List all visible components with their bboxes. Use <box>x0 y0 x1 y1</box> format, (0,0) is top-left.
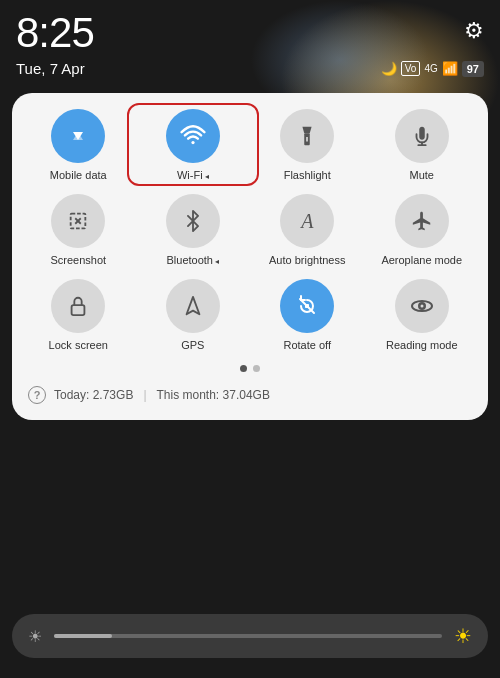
aeroplane-icon-circle <box>395 194 449 248</box>
wifi-icon <box>180 123 206 149</box>
rotate-off-label: Rotate off <box>284 339 332 352</box>
quick-item-reading-mode[interactable]: Reading mode <box>368 279 477 352</box>
gps-icon <box>182 295 204 317</box>
data-help-icon[interactable]: ? <box>28 386 46 404</box>
flashlight-icon-circle <box>280 109 334 163</box>
brightness-slider-fill <box>54 634 112 638</box>
mobile-data-icon-circle <box>51 109 105 163</box>
rotate-off-icon <box>295 294 319 318</box>
bluetooth-signal-indicator: ◂ <box>215 257 219 266</box>
flashlight-label: Flashlight <box>284 169 331 182</box>
date-row: Tue, 7 Apr 🌙 Vo 4G 📶 97 <box>0 58 500 85</box>
bluetooth-icon-circle <box>166 194 220 248</box>
auto-brightness-label: Auto brightness <box>269 254 345 267</box>
screenshot-icon-circle <box>51 194 105 248</box>
bluetooth-icon <box>182 210 204 232</box>
month-data: This month: 37.04GB <box>157 388 270 402</box>
quick-settings-grid: Mobile data Wi-Fi◂ <box>24 109 476 353</box>
lock-screen-icon <box>67 295 89 317</box>
lock-screen-icon-circle <box>51 279 105 333</box>
quick-item-bluetooth[interactable]: Bluetooth◂ <box>139 194 248 267</box>
wifi-icon-circle <box>166 109 220 163</box>
wifi-signal-indicator: ◂ <box>205 172 209 181</box>
date-display: Tue, 7 Apr <box>16 60 85 77</box>
gps-label: GPS <box>181 339 204 352</box>
data-usage-row: ? Today: 2.73GB | This month: 37.04GB <box>24 382 476 408</box>
status-icons-row: 🌙 Vo 4G 📶 97 <box>381 61 484 77</box>
lock-screen-label: Lock screen <box>49 339 108 352</box>
svg-point-15 <box>420 305 423 308</box>
signal-bars-icon: 📶 <box>442 61 458 76</box>
quick-item-flashlight[interactable]: Flashlight <box>253 109 362 182</box>
brightness-bright-icon: ☀ <box>454 624 472 648</box>
mobile-data-icon <box>66 124 90 148</box>
svg-marker-9 <box>186 297 199 314</box>
quick-item-auto-brightness[interactable]: A Auto brightness <box>253 194 362 267</box>
quick-item-aeroplane[interactable]: Aeroplane mode <box>368 194 477 267</box>
brightness-slider-track[interactable] <box>54 634 442 638</box>
4g-icon: 4G <box>424 63 437 74</box>
aeroplane-icon <box>411 210 433 232</box>
screenshot-label: Screenshot <box>50 254 106 267</box>
mute-icon <box>411 125 433 147</box>
quick-settings-panel: Mobile data Wi-Fi◂ <box>12 93 488 420</box>
gps-icon-circle <box>166 279 220 333</box>
reading-mode-icon <box>410 294 434 318</box>
aeroplane-label: Aeroplane mode <box>381 254 462 267</box>
reading-mode-icon-circle <box>395 279 449 333</box>
quick-item-mute[interactable]: Mute <box>368 109 477 182</box>
quick-item-lock-screen[interactable]: Lock screen <box>24 279 133 352</box>
mute-icon-circle <box>395 109 449 163</box>
time-display: 8:25 <box>16 12 94 54</box>
dot-2[interactable] <box>253 365 260 372</box>
wifi-label: Wi-Fi◂ <box>177 169 209 182</box>
quick-item-screenshot[interactable]: Screenshot <box>24 194 133 267</box>
svg-rect-12 <box>305 304 309 308</box>
rotate-off-icon-circle <box>280 279 334 333</box>
quick-item-mobile-data[interactable]: Mobile data <box>24 109 133 182</box>
vo-lte-icon: Vo <box>401 61 421 76</box>
battery-icon: 97 <box>462 61 484 77</box>
svg-point-0 <box>191 141 194 144</box>
brightness-dim-icon: ☀ <box>28 627 42 646</box>
screenshot-icon <box>67 210 89 232</box>
mute-label: Mute <box>410 169 434 182</box>
separator: | <box>143 388 146 402</box>
flashlight-icon <box>296 125 318 147</box>
quick-item-wifi[interactable]: Wi-Fi◂ <box>139 109 248 182</box>
dot-1[interactable] <box>240 365 247 372</box>
today-data: Today: 2.73GB <box>54 388 133 402</box>
brightness-bar[interactable]: ☀ ☀ <box>12 614 488 658</box>
page-dots <box>24 365 476 372</box>
bluetooth-label: Bluetooth◂ <box>167 254 219 267</box>
reading-mode-label: Reading mode <box>386 339 458 352</box>
mobile-data-label: Mobile data <box>50 169 107 182</box>
status-bar: 8:25 ⚙ <box>0 0 500 58</box>
gear-settings-icon[interactable]: ⚙ <box>464 18 484 44</box>
auto-brightness-icon-circle: A <box>280 194 334 248</box>
quick-item-gps[interactable]: GPS <box>139 279 248 352</box>
quick-item-rotate-off[interactable]: Rotate off <box>253 279 362 352</box>
moon-icon: 🌙 <box>381 61 397 76</box>
svg-rect-8 <box>72 305 85 315</box>
